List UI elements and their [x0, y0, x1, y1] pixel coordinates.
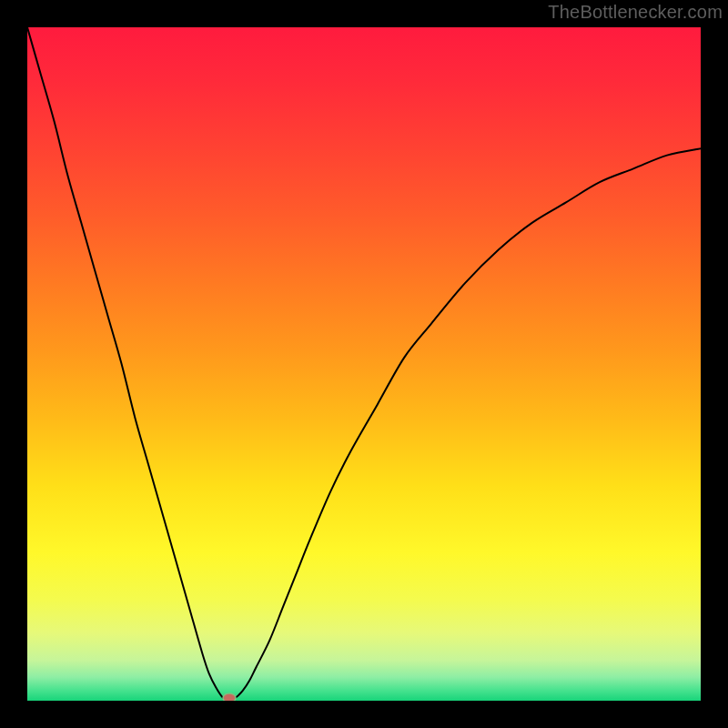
- bottleneck-chart: [27, 27, 701, 701]
- plot-background: [27, 27, 701, 701]
- chart-stage: TheBottlenecker.com: [0, 0, 728, 728]
- minimum-marker: [223, 693, 236, 701]
- watermark-text: TheBottlenecker.com: [548, 2, 723, 23]
